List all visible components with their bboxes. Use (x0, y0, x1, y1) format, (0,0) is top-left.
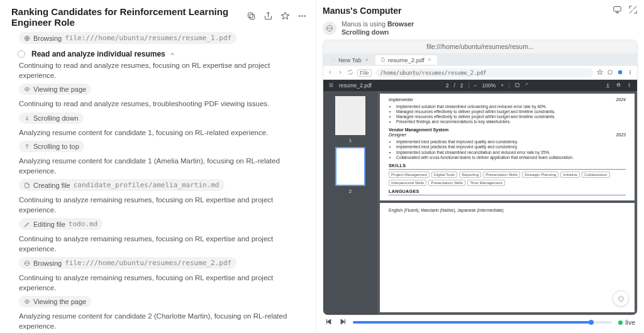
playback-bar: live (323, 315, 638, 329)
tab-label: resume_2.pdf (388, 57, 425, 63)
back-icon[interactable] (327, 69, 333, 77)
svg-rect-0 (250, 14, 255, 19)
share-icon[interactable] (264, 11, 273, 23)
svg-point-19 (629, 84, 630, 85)
thumb-label: 1 (349, 138, 352, 143)
skill-tag: Time Management (467, 180, 504, 186)
file-icon (380, 57, 386, 62)
tab-new[interactable]: New Tab (326, 55, 374, 65)
zoom-in-icon[interactable]: + (501, 82, 504, 89)
activity-desc: Analyzing resume content for candidate 2… (19, 312, 307, 331)
copy-icon[interactable] (247, 11, 256, 23)
floating-action-button[interactable] (613, 290, 629, 307)
collapse-icon[interactable] (628, 5, 638, 16)
chip-viewing-2[interactable]: Viewing the page (19, 296, 91, 307)
star-icon[interactable] (597, 69, 603, 77)
svg-point-14 (630, 72, 630, 72)
browser-icon (326, 25, 333, 32)
status-row: Manus is using Browser Scrolling down (323, 20, 638, 36)
activity-pane: Ranking Candidates for Reinforcement Lea… (0, 0, 316, 333)
status-line-2: Scrolling down (341, 28, 414, 36)
chip-label: Viewing the page (33, 85, 86, 93)
activity-desc: Continuing to read and analyze resumes, … (19, 61, 307, 80)
menu-icon[interactable] (627, 69, 633, 77)
svg-rect-11 (608, 70, 612, 74)
rotate-icon[interactable] (525, 82, 531, 89)
zoom-out-icon[interactable]: − (474, 82, 477, 89)
activity-desc: Analyzing resume content for candidate 1… (19, 156, 307, 176)
activity-desc: Continuing to analyze remaining resumes,… (19, 234, 307, 254)
pdf-thumb-1[interactable] (335, 96, 365, 135)
sparkle-icon (331, 57, 336, 62)
activity-desc: Continuing to read and analyze resumes, … (19, 99, 307, 109)
status-line-1: Manus is using Browser (341, 20, 414, 28)
activity-desc: Analyzing resume content for candidate 1… (19, 128, 307, 138)
address-bar[interactable]: /home/ubuntu/resumes/resume_2.pdf (375, 68, 593, 77)
svg-rect-9 (614, 7, 621, 12)
chip-path: file:///home/ubuntu/resumes/resume_1.pdf (65, 34, 231, 42)
tool-avatar (323, 21, 336, 35)
pdf-page-top: Implementer2024 Implemented solution tha… (380, 94, 635, 200)
playback-progress (353, 321, 591, 324)
forward-icon[interactable] (337, 69, 343, 77)
prev-icon[interactable] (325, 318, 333, 327)
more-icon[interactable] (626, 82, 632, 89)
next-icon[interactable] (339, 318, 347, 327)
pdf-zoom: 100% (482, 82, 496, 89)
svg-point-12 (618, 70, 623, 74)
chip-path: todo.md (69, 220, 97, 228)
skill-tag: Digital Tools (431, 172, 457, 178)
tab-resume[interactable]: resume_2.pdf (375, 55, 437, 65)
chip-viewing-1[interactable]: Viewing the page (19, 84, 91, 95)
chevron-up-icon (169, 51, 175, 57)
fit-icon[interactable] (514, 82, 520, 89)
playback-track[interactable] (353, 321, 612, 324)
computer-pane: Manus's Computer Manus is using Browser … (316, 0, 644, 333)
file-plus-icon (24, 182, 30, 188)
chip-creating-file[interactable]: Creating file candidate_profiles/amelia_… (19, 179, 225, 191)
playback-knob[interactable] (589, 320, 594, 325)
globe-icon (24, 35, 30, 41)
chip-browsing-1[interactable]: Browsing file:///home/ubuntu/resumes/res… (19, 32, 236, 44)
browser-nav: File /home/ubuntu/resumes/resume_2.pdf (323, 66, 637, 80)
step-read-analyze[interactable]: Read and analyze individual resumes (19, 50, 307, 58)
chip-browsing-2[interactable]: Browsing file:///home/ubuntu/resumes/res… (19, 257, 236, 269)
svg-point-8 (26, 301, 28, 303)
reload-icon[interactable] (347, 69, 353, 77)
download-icon[interactable] (605, 82, 611, 89)
pdf-filename: resume_2.pdf (339, 82, 372, 89)
star-icon[interactable] (280, 11, 290, 23)
chip-editing-file[interactable]: Editing file todo.md (19, 218, 103, 230)
activity-desc: Continuing to analyze remaining resumes,… (19, 195, 307, 215)
profile-icon[interactable] (617, 69, 623, 77)
chip-scroll-down-1[interactable]: Scrolling down (19, 112, 84, 124)
live-dot-icon (618, 320, 623, 325)
more-icon[interactable] (297, 11, 307, 23)
print-icon[interactable] (616, 82, 621, 89)
activity-header: Ranking Candidates for Reinforcement Lea… (11, 6, 307, 28)
pdf-page-bottom: English (Fluent), Mandarin (Native), Jap… (380, 203, 635, 312)
chip-path: file:///home/ubuntu/resumes/resume_2.pdf (65, 259, 231, 267)
eye-icon (24, 86, 30, 92)
header-actions (247, 11, 307, 23)
svg-point-18 (629, 83, 630, 84)
chip-label: Scrolling to top (33, 143, 79, 150)
pdf-thumb-2[interactable] (335, 147, 365, 186)
thumb-label: 2 (349, 188, 352, 194)
browser-tab-strip: New Tab resume_2.pdf (323, 53, 637, 66)
extension-icon[interactable] (607, 69, 613, 77)
arrow-down-icon (24, 115, 30, 121)
close-icon[interactable] (427, 57, 432, 62)
skill-tag: Strategic Planning (522, 172, 558, 178)
chip-label: Editing file (33, 221, 65, 228)
close-icon[interactable] (364, 57, 369, 62)
pdf-page-area[interactable]: Implementer2024 Implemented solution tha… (377, 91, 637, 315)
sidebar-toggle-icon[interactable] (328, 82, 334, 89)
monitor-icon[interactable] (613, 5, 622, 16)
pdf-page-sep: / (453, 82, 455, 89)
pdf-page-tot: 2 (460, 82, 464, 89)
chip-scroll-top[interactable]: Scrolling to top (19, 141, 84, 152)
svg-point-6 (26, 89, 28, 90)
pdf-thumbnails: 1 2 (323, 91, 377, 315)
page-title: Ranking Candidates for Reinforcement Lea… (11, 6, 247, 28)
